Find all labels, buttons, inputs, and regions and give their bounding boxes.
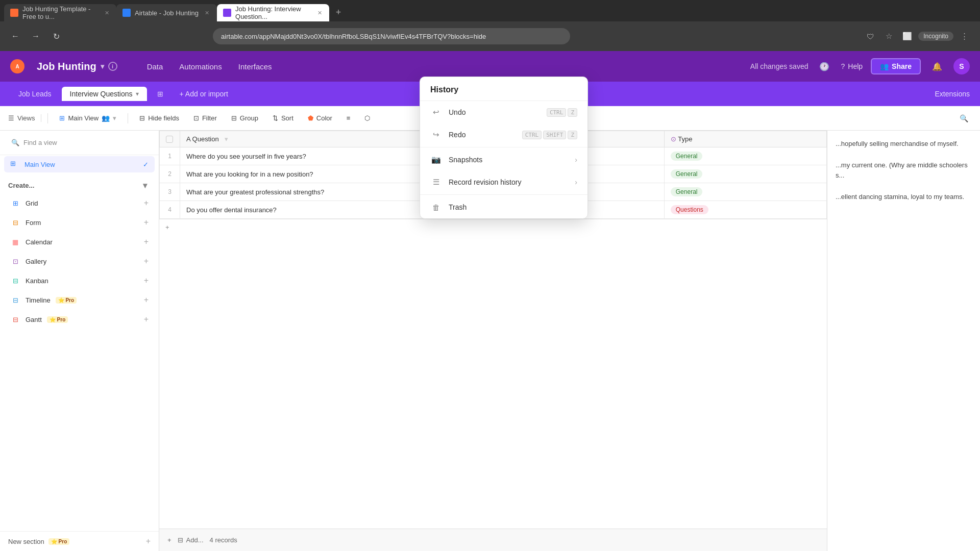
app-title-caret-icon[interactable]: ▾ <box>101 62 104 70</box>
main-view-users-icon: 👥 <box>102 114 110 122</box>
right-panel: ...hopefully selling merchandise of myse… <box>827 131 980 551</box>
question-col-sort-icon: ▾ <box>225 135 228 143</box>
calendar-label: Calendar <box>26 238 53 246</box>
undo-label: Undo <box>449 108 540 116</box>
form-icon: ⊟ <box>10 217 20 228</box>
history-undo-item[interactable]: ↩ Undo CTRL Z <box>420 101 587 123</box>
tab-2[interactable]: Airtable - Job Hunting ✕ <box>116 4 217 21</box>
nav-data-link[interactable]: Data <box>140 59 170 74</box>
avatar[interactable]: S <box>953 58 970 74</box>
revision-icon: ☰ <box>430 177 442 188</box>
gallery-add-icon[interactable]: + <box>144 257 149 266</box>
address-text: airtable.com/appNMajdd0Nt3vo0X/tblhnnRfb… <box>221 33 486 40</box>
row-height-button[interactable]: ≡ <box>341 112 356 124</box>
hide-fields-button[interactable]: ⊟ Hide fields <box>134 112 184 124</box>
share-icon: 👥 <box>880 62 889 70</box>
history-snapshots-item[interactable]: 📷 Snapshots › <box>420 148 587 171</box>
sidebar-icon[interactable]: ⬜ <box>900 29 914 43</box>
create-collapse-button[interactable]: ▾ <box>139 180 151 191</box>
timeline-icon: ⊟ <box>10 295 20 305</box>
share-view-button[interactable]: ⬡ <box>359 112 375 124</box>
sidebar-item-gantt[interactable]: ⊟ Gantt ⭐ Pro + <box>4 311 155 328</box>
calendar-add-icon[interactable]: + <box>144 237 149 246</box>
help-icon: ? <box>841 62 845 70</box>
row-3-type[interactable]: General <box>664 183 826 201</box>
sort-label: Sort <box>281 114 293 122</box>
tab-favicon-3 <box>223 9 231 17</box>
add-import-button[interactable]: + Add or import <box>174 87 234 101</box>
sidebar-item-form[interactable]: ⊟ Form + <box>4 214 155 231</box>
grid-add-icon[interactable]: + <box>144 198 149 208</box>
history-trash-item[interactable]: 🗑 Trash <box>420 196 587 218</box>
group-button[interactable]: ⊟ Group <box>226 112 263 124</box>
question-col-icon: A <box>186 135 190 143</box>
extensions-button[interactable]: Extensions <box>935 90 970 98</box>
table-tab-job-leads[interactable]: Job Leads <box>10 87 60 101</box>
views-button[interactable]: ☰ Views <box>8 114 41 122</box>
new-tab-button[interactable]: + <box>331 5 346 19</box>
address-input[interactable]: airtable.com/appNMajdd0Nt3vo0X/tblhnnRfb… <box>213 28 570 44</box>
app-info-icon[interactable]: i <box>108 62 117 71</box>
timeline-add-icon[interactable]: + <box>144 295 149 305</box>
bookmark-icon[interactable]: ☆ <box>881 29 896 43</box>
row-2-type[interactable]: General <box>664 165 826 183</box>
footer-add-button[interactable]: + <box>167 536 172 544</box>
select-all-checkbox[interactable] <box>166 136 173 143</box>
table-tab-interview-questions-label: Interview Questions <box>70 90 133 98</box>
toolbar-separator-2 <box>128 113 128 123</box>
tab-close-2[interactable]: ✕ <box>203 9 211 17</box>
row-4-type[interactable]: Questions <box>664 201 826 219</box>
share-button[interactable]: 👥 Share <box>871 58 921 74</box>
sidebar-item-calendar[interactable]: ▦ Calendar + <box>4 233 155 251</box>
nav-automations-link[interactable]: Automations <box>172 59 229 74</box>
tab-close-1[interactable]: ✕ <box>104 9 110 17</box>
main-view-label: Main View <box>68 114 99 122</box>
tab-3[interactable]: Job Hunting: Interview Question... ✕ <box>217 4 329 21</box>
filter-button[interactable]: ⊡ Filter <box>188 112 222 124</box>
snapshots-icon: 📷 <box>430 154 442 165</box>
row-1-type[interactable]: General <box>664 147 826 165</box>
sidebar-item-kanban[interactable]: ⊟ Kanban + <box>4 272 155 289</box>
undo-shortcut: CTRL Z <box>547 108 577 117</box>
add-row-button[interactable]: + <box>159 219 827 235</box>
kanban-add-icon[interactable]: + <box>144 276 149 285</box>
search-button[interactable]: 🔍 <box>955 110 972 127</box>
sidebar-search-area: 🔍 Find a view <box>0 131 159 155</box>
history-revision-item[interactable]: ☰ Record revision history › <box>420 171 587 193</box>
footer-add-label[interactable]: ⊟ Add... <box>178 536 204 544</box>
sidebar-item-main-view[interactable]: ⊞ Main View ✓ <box>4 156 155 172</box>
tab-bar: Job Hunting Template - Free to u... ✕ Ai… <box>0 0 980 21</box>
app-logo: A <box>10 59 24 73</box>
col-type-header[interactable]: ⊙ Type <box>664 131 826 147</box>
color-button[interactable]: ⬟ Color <box>303 112 337 124</box>
group-label: Group <box>240 114 258 122</box>
notification-button[interactable]: 🔔 <box>929 58 945 74</box>
sidebar-item-timeline[interactable]: ⊟ Timeline ⭐ Pro + <box>4 291 155 309</box>
find-view-input[interactable]: 🔍 Find a view <box>6 136 153 149</box>
sort-button[interactable]: ⇅ Sort <box>267 112 299 124</box>
new-section-add-icon[interactable]: + <box>146 537 151 546</box>
main-view-button[interactable]: ⊞ Main View 👥 ▾ <box>54 112 121 124</box>
menu-icon[interactable]: ⋮ <box>958 29 972 43</box>
tab-1[interactable]: Job Hunting Template - Free to u... ✕ <box>4 4 116 21</box>
back-button[interactable]: ← <box>8 29 22 43</box>
help-button[interactable]: ? Help <box>841 62 863 70</box>
history-button[interactable]: 🕐 <box>816 58 832 74</box>
history-redo-item[interactable]: ↪ Redo CTRL SHIFT Z <box>420 123 587 146</box>
nav-interfaces-link[interactable]: Interfaces <box>231 59 279 74</box>
tab-label-2: Airtable - Job Hunting <box>135 9 199 17</box>
sidebar-item-grid[interactable]: ⊞ Grid + <box>4 194 155 212</box>
table-tab-interview-questions[interactable]: Interview Questions ▾ <box>62 87 147 101</box>
row-2-type-badge: General <box>671 169 703 179</box>
form-add-icon[interactable]: + <box>144 218 149 227</box>
gantt-add-icon[interactable]: + <box>144 315 149 324</box>
sidebar-item-gallery[interactable]: ⊡ Gallery + <box>4 253 155 270</box>
tab-close-3[interactable]: ✕ <box>317 9 323 17</box>
question-col-label: Question <box>192 135 219 143</box>
create-label: Create... <box>8 182 34 189</box>
refresh-button[interactable]: ↻ <box>49 29 63 43</box>
new-section-button[interactable]: New section ⭐ Pro + <box>0 531 159 551</box>
forward-button[interactable]: → <box>29 29 43 43</box>
tab-expand-button[interactable]: ⊞ <box>149 87 172 101</box>
grid-label: Grid <box>26 199 38 207</box>
